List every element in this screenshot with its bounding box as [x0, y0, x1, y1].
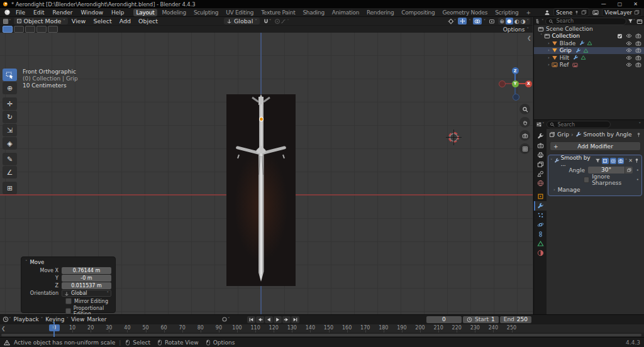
breadcrumb-object[interactable]: Grip: [557, 131, 569, 138]
properties-tab-constraints[interactable]: [534, 229, 547, 239]
move-panel-header[interactable]: ˅ Move: [21, 257, 115, 267]
image-data-icon[interactable]: [572, 62, 578, 68]
shading-material-button[interactable]: ◐: [514, 18, 519, 25]
tool-move[interactable]: ✛: [3, 97, 17, 110]
properties-tab-modifiers[interactable]: [534, 201, 547, 211]
select-mode-intersect[interactable]: [48, 26, 58, 33]
gizmos-toggle[interactable]: [458, 18, 467, 25]
workspace-tab-compositing[interactable]: Compositing: [398, 9, 438, 16]
workspace-tab-rendering[interactable]: Rendering: [364, 9, 397, 16]
show-gizmo-dropdown[interactable]: ˅: [448, 18, 457, 25]
timeline-menu-keying[interactable]: Keying˅: [45, 316, 69, 322]
copy-icon[interactable]: [581, 9, 587, 15]
properties-tab-material[interactable]: [534, 248, 547, 258]
disclosure-icon[interactable]: ˅: [540, 33, 543, 38]
select-mode-subtract[interactable]: [25, 26, 35, 33]
gizmo-z-axis[interactable]: Z: [512, 67, 519, 74]
workspace-tab-uv-editing[interactable]: UV Editing: [223, 9, 257, 16]
modifier-panel[interactable]: ˅ Smooth by ... ˅ ✕ Angle 30° •: [548, 155, 642, 196]
move-operator-panel[interactable]: ˅ Move Move X0.76144 mY-0 mZ0.011537 m O…: [21, 256, 116, 313]
timeline-scrollbar[interactable]: [1, 334, 641, 336]
zoom-nav-button[interactable]: [519, 104, 530, 114]
perspective-toggle-button[interactable]: [519, 143, 530, 154]
viewport-menu-select[interactable]: Select: [93, 18, 111, 25]
move-orientation-dropdown[interactable]: Global ˅: [62, 290, 111, 297]
viewlayer-type-icon[interactable]: [591, 9, 600, 16]
viewlayer-selector[interactable]: ViewLayer: [602, 8, 642, 16]
outliner-search[interactable]: [545, 18, 626, 25]
properties-tab-tool[interactable]: [534, 131, 547, 141]
pan-nav-button[interactable]: [519, 117, 530, 128]
mesh-data-icon[interactable]: [580, 55, 586, 60]
properties-editor-type[interactable]: ˅: [536, 121, 545, 128]
viewport-canvas[interactable]: Front Orthographic (0) Collection | Grip…: [0, 33, 533, 314]
outliner-item-grip[interactable]: ›Grip: [534, 47, 644, 55]
pin-icon[interactable]: [574, 10, 579, 15]
shading-rendered-button[interactable]: ◑: [521, 18, 526, 25]
collection-row[interactable]: ˅Collection: [534, 33, 644, 40]
navigation-gizmo[interactable]: ZXY: [499, 67, 533, 101]
timeline-menu-marker[interactable]: Marker: [87, 316, 106, 322]
render-visibility-icon[interactable]: [635, 33, 641, 39]
current-frame-field[interactable]: 0: [426, 316, 462, 323]
sword-grip[interactable]: [259, 104, 264, 150]
field-value[interactable]: 0.76144 m: [62, 267, 111, 274]
next-keyframe-button[interactable]: [282, 316, 291, 323]
render-visibility-icon[interactable]: [635, 55, 641, 61]
vertex-group-filter-icon[interactable]: [595, 158, 601, 163]
options-dropdown[interactable]: Options ˅: [503, 26, 529, 33]
eye-icon[interactable]: [626, 33, 632, 39]
properties-tab-scene[interactable]: [534, 169, 547, 179]
eye-icon[interactable]: [626, 40, 632, 47]
frame-start-field[interactable]: Start 1: [463, 316, 499, 323]
timeline-expand-handle[interactable]: ❮: [1, 326, 6, 331]
outliner-display-mode[interactable]: ˅: [535, 18, 544, 25]
blender-menu-icon[interactable]: [4, 9, 11, 16]
properties-tab-render[interactable]: [534, 141, 547, 150]
outliner-item-blade[interactable]: ›Blade: [534, 40, 644, 47]
topbar-menu-render[interactable]: Render: [53, 9, 73, 16]
properties-options[interactable]: ˅: [639, 122, 641, 127]
viewport-menu-view[interactable]: View: [72, 18, 86, 25]
properties-tab-output[interactable]: [534, 150, 547, 160]
play-reverse-button[interactable]: [265, 316, 273, 323]
disclosure-icon[interactable]: ›: [548, 55, 550, 60]
workspace-tab-layout[interactable]: Layout: [133, 9, 158, 16]
scene-collection-row[interactable]: Scene Collection: [534, 25, 644, 33]
overlays-toggle[interactable]: [473, 18, 482, 25]
camera-view-button[interactable]: [519, 130, 530, 141]
workspace-tab-shading[interactable]: Shading: [299, 9, 327, 16]
properties-tab-world[interactable]: [534, 179, 547, 188]
outliner-item-ref[interactable]: ›Ref: [534, 62, 644, 69]
timeline-ruler[interactable]: ❮ 0 010203040506070809010011012013014015…: [0, 324, 644, 333]
auto-keying-toggle[interactable]: ˅: [221, 316, 230, 322]
gizmo-x-neg-axis[interactable]: [499, 80, 506, 87]
shading-wireframe-button[interactable]: ⊕: [499, 18, 504, 25]
mesh-data-icon[interactable]: [587, 40, 592, 46]
workspace-tab-geometry-nodes[interactable]: Geometry Nodes: [439, 9, 491, 16]
tool-cursor[interactable]: ⊕: [3, 82, 17, 94]
add-modifier-button[interactable]: + Add Modifier: [550, 141, 641, 151]
modifier-badge-icon[interactable]: [579, 40, 585, 46]
viewport-menu-add[interactable]: Add: [119, 18, 131, 25]
modifier-badge-icon[interactable]: [573, 55, 579, 60]
mesh-data-icon[interactable]: [583, 48, 589, 53]
region-corner-handle[interactable]: ❮: [527, 35, 531, 41]
select-mode-extend[interactable]: [14, 26, 24, 33]
outliner-filter[interactable]: ˅: [628, 18, 636, 24]
copy-icon[interactable]: [634, 9, 640, 15]
eye-icon[interactable]: [626, 55, 632, 61]
scene-type-icon[interactable]: [543, 9, 552, 16]
properties-tab-view-layer[interactable]: [534, 160, 547, 169]
xray-toggle[interactable]: [487, 18, 496, 25]
minimize-button[interactable]: —: [601, 1, 606, 7]
render-visibility-icon[interactable]: [635, 47, 641, 53]
previous-keyframe-button[interactable]: [256, 316, 264, 323]
close-button[interactable]: ✕: [633, 1, 638, 7]
ignore-sharpness-checkbox[interactable]: [584, 177, 589, 183]
disclosure-icon[interactable]: ›: [548, 48, 550, 53]
pin-icon[interactable]: [636, 132, 641, 138]
angle-value-field[interactable]: 30°: [588, 167, 625, 174]
workspace-tab-texture-paint[interactable]: Texture Paint: [258, 9, 298, 16]
select-mode-set[interactable]: [3, 26, 13, 33]
